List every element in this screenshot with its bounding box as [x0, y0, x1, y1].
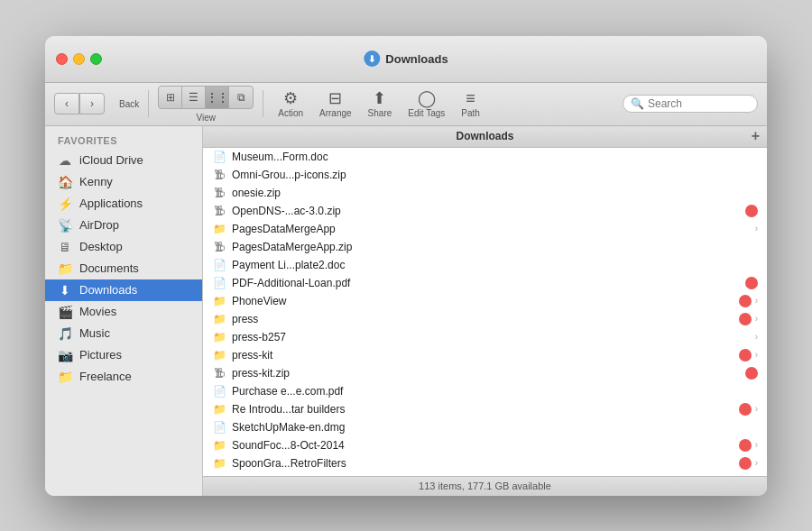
table-row[interactable]: 📁SoundFoc...8-Oct-2014›: [203, 436, 767, 454]
view-buttons: ⊞ ☰ ⋮⋮ ⧉: [158, 86, 254, 109]
sidebar-item-airdrop[interactable]: 📡AirDrop: [45, 215, 202, 236]
sidebar-item-applications[interactable]: ⚡Applications: [45, 193, 202, 215]
file-name-11: press-kit: [232, 349, 735, 362]
file-icon-11: 📁: [212, 348, 226, 362]
table-row[interactable]: 🗜PagesDataMergeApp.zip: [203, 238, 767, 256]
path-button[interactable]: ≡ Path: [456, 87, 485, 121]
file-icon-15: 📄: [212, 420, 226, 435]
table-row[interactable]: 📁PagesDataMergeApp›: [203, 220, 767, 238]
music-icon: 🎵: [58, 326, 72, 341]
edit-tags-label: Edit Tags: [408, 108, 445, 118]
table-row[interactable]: 📁SpoonGra...RetroFilters›: [203, 454, 767, 472]
add-tab-button[interactable]: +: [752, 128, 760, 144]
sidebar-item-music[interactable]: 🎵Music: [45, 323, 202, 344]
file-name-1: Omni-Grou...p-icons.zip: [232, 169, 758, 181]
column-view-button[interactable]: ⋮⋮: [206, 87, 229, 108]
table-row[interactable]: 📄Payment Li...plate2.doc: [203, 256, 767, 274]
file-name-13: Purchase e...e.com.pdf: [232, 385, 758, 398]
file-name-8: PhoneView: [232, 295, 735, 307]
table-row[interactable]: 📄Purchase e...e.com.pdf: [203, 382, 767, 400]
table-row[interactable]: 📁press-b257›: [203, 328, 767, 346]
table-row[interactable]: 🗜OpenDNS-...ac-3.0.zip: [203, 202, 767, 220]
file-icon-16: 📁: [212, 438, 226, 453]
table-row[interactable]: 📄PDF-Additional-Loan.pdf: [203, 274, 767, 292]
file-icon-5: 🗜: [212, 240, 226, 254]
list-view-button[interactable]: ☰: [182, 87, 206, 108]
file-badge-17: [739, 457, 752, 470]
action-icon: ⚙: [283, 90, 298, 106]
table-row[interactable]: 📁press-kit›: [203, 346, 767, 364]
sidebar-item-pictures[interactable]: 📷Pictures: [45, 344, 202, 366]
view-label: View: [196, 113, 216, 123]
file-icon-3: 🗜: [212, 204, 226, 218]
file-icon-9: 📁: [212, 312, 226, 326]
sidebar-item-documents[interactable]: 📁Documents: [45, 258, 202, 279]
sidebar-label-freelance: Freelance: [79, 370, 132, 383]
cover-view-button[interactable]: ⧉: [229, 87, 253, 108]
file-arrow-14: ›: [755, 404, 758, 414]
sidebar-label-documents: Documents: [79, 261, 139, 275]
file-name-12: press-kit.zip: [232, 367, 742, 380]
file-arrow-4: ›: [755, 224, 758, 233]
status-text: 113 items, 177.1 GB available: [419, 481, 551, 491]
minimize-button[interactable]: [73, 53, 85, 65]
sidebar-label-icloud-drive: iCloud Drive: [79, 153, 143, 167]
table-row[interactable]: 📁PhoneView›: [203, 292, 767, 310]
file-icon-8: 📁: [212, 294, 226, 308]
search-box[interactable]: 🔍: [623, 95, 758, 113]
sidebar-item-freelance[interactable]: 📁Freelance: [45, 366, 202, 388]
table-row[interactable]: 📁press›: [203, 310, 767, 328]
downloads-icon: ⬇: [58, 283, 72, 298]
file-name-16: SoundFoc...8-Oct-2014: [232, 439, 735, 452]
arrange-label: Arrange: [319, 108, 352, 118]
status-bar: 113 items, 177.1 GB available: [203, 476, 767, 496]
file-name-6: Payment Li...plate2.doc: [232, 259, 758, 271]
action-button[interactable]: ⚙ Action: [272, 87, 309, 121]
file-name-15: SketchUpMake-en.dmg: [232, 421, 758, 434]
arrange-button[interactable]: ⊟ Arrange: [314, 87, 357, 121]
sidebar-item-movies[interactable]: 🎬Movies: [45, 301, 202, 323]
file-badge-11: [739, 349, 752, 362]
sidebar-item-kenny[interactable]: 🏠Kenny: [45, 171, 202, 193]
file-icon-2: 🗜: [212, 186, 226, 200]
file-badge-8: [739, 295, 752, 307]
titlebar: ⬇ Downloads: [45, 36, 767, 83]
search-icon: 🔍: [631, 97, 644, 110]
sidebar-label-kenny: Kenny: [79, 175, 113, 188]
icon-view-button[interactable]: ⊞: [159, 87, 182, 108]
table-row[interactable]: 📄SketchUpMake-en.dmg: [203, 418, 767, 436]
file-icon-7: 📄: [212, 276, 226, 290]
close-button[interactable]: [56, 53, 68, 65]
sidebar-label-movies: Movies: [79, 305, 116, 318]
window-title: Downloads: [385, 52, 448, 66]
folder-title: Downloads: [456, 130, 513, 142]
kenny-icon: 🏠: [58, 175, 72, 189]
separator-1: [148, 90, 149, 117]
file-badge-9: [739, 313, 752, 325]
table-row[interactable]: 🗜onesie.zip: [203, 184, 767, 202]
edit-tags-button[interactable]: ◯ Edit Tags: [402, 87, 450, 121]
table-row[interactable]: 🗜press-kit.zip: [203, 364, 767, 382]
sidebar-item-icloud-drive[interactable]: ☁iCloud Drive: [45, 150, 202, 171]
table-row[interactable]: 📁Re Introdu...tar builders›: [203, 400, 767, 418]
movies-icon: 🎬: [58, 305, 72, 319]
sidebar-item-downloads[interactable]: ⬇Downloads: [45, 279, 202, 301]
maximize-button[interactable]: [90, 53, 102, 65]
sidebar-item-desktop[interactable]: 🖥Desktop: [45, 236, 202, 258]
file-icon-14: 📁: [212, 402, 226, 417]
search-input[interactable]: [648, 97, 750, 110]
table-row[interactable]: 📄Museum...Form.doc: [203, 148, 767, 166]
freelance-icon: 📁: [58, 370, 72, 384]
back-button[interactable]: ‹: [54, 93, 79, 114]
finder-window: ⬇ Downloads ‹ › Back ⊞ ☰ ⋮⋮ ⧉ View ⚙: [45, 36, 767, 496]
main-panel: Downloads + 📄Museum...Form.doc🗜Omni-Grou…: [203, 126, 767, 496]
file-icon-6: 📄: [212, 258, 226, 272]
table-row[interactable]: 🗜Omni-Grou...p-icons.zip: [203, 166, 767, 184]
file-name-10: press-b257: [232, 331, 752, 343]
pictures-icon: 📷: [58, 348, 72, 362]
share-button[interactable]: ⬆ Share: [363, 87, 398, 121]
file-icon-1: 🗜: [212, 168, 226, 182]
share-label: Share: [368, 108, 392, 118]
sidebar: Favorites ☁iCloud Drive🏠Kenny⚡Applicatio…: [45, 126, 203, 496]
forward-button[interactable]: ›: [79, 93, 105, 114]
